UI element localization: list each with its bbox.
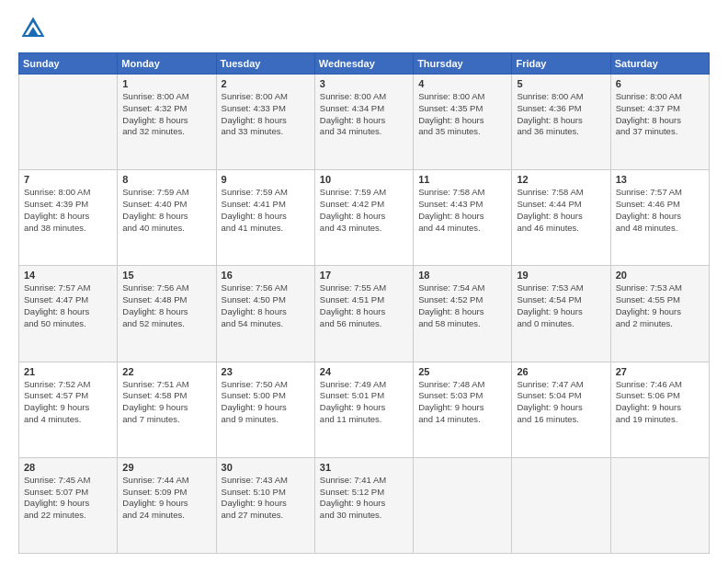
calendar-cell: 11Sunrise: 7:58 AMSunset: 4:43 PMDayligh… <box>414 170 512 266</box>
day-number: 4 <box>418 78 506 89</box>
calendar-cell: 1Sunrise: 8:00 AMSunset: 4:32 PMDaylight… <box>118 75 216 170</box>
day-number: 28 <box>24 462 112 473</box>
calendar-cell: 10Sunrise: 7:59 AMSunset: 4:42 PMDayligh… <box>314 170 413 266</box>
calendar-cell: 21Sunrise: 7:52 AMSunset: 4:57 PMDayligh… <box>19 362 118 457</box>
calendar-table: SundayMondayTuesdayWednesdayThursdayFrid… <box>18 52 710 554</box>
calendar-week-row: 21Sunrise: 7:52 AMSunset: 4:57 PMDayligh… <box>19 362 710 457</box>
calendar-cell: 31Sunrise: 7:41 AMSunset: 5:12 PMDayligh… <box>314 457 413 553</box>
day-info: Sunrise: 7:51 AMSunset: 4:58 PMDaylight:… <box>122 379 210 426</box>
day-info: Sunrise: 7:49 AMSunset: 5:01 PMDaylight:… <box>320 379 408 426</box>
day-info: Sunrise: 7:47 AMSunset: 5:04 PMDaylight:… <box>517 379 605 426</box>
day-number: 29 <box>122 462 210 473</box>
day-number: 3 <box>320 78 408 89</box>
day-info: Sunrise: 7:48 AMSunset: 5:03 PMDaylight:… <box>418 379 506 426</box>
logo-icon <box>18 14 48 43</box>
calendar-day-header: Monday <box>118 53 216 75</box>
day-info: Sunrise: 8:00 AMSunset: 4:32 PMDaylight:… <box>122 91 210 138</box>
day-info: Sunrise: 7:56 AMSunset: 4:48 PMDaylight:… <box>122 282 210 329</box>
day-info: Sunrise: 7:45 AMSunset: 5:07 PMDaylight:… <box>24 475 112 522</box>
calendar-cell: 20Sunrise: 7:53 AMSunset: 4:55 PMDayligh… <box>610 266 709 362</box>
calendar-cell: 2Sunrise: 8:00 AMSunset: 4:33 PMDaylight… <box>216 75 314 170</box>
day-number: 20 <box>616 270 704 281</box>
calendar-cell: 14Sunrise: 7:57 AMSunset: 4:47 PMDayligh… <box>19 266 118 362</box>
calendar-cell: 22Sunrise: 7:51 AMSunset: 4:58 PMDayligh… <box>118 362 216 457</box>
day-info: Sunrise: 7:46 AMSunset: 5:06 PMDaylight:… <box>616 379 704 426</box>
day-info: Sunrise: 7:50 AMSunset: 5:00 PMDaylight:… <box>222 379 310 426</box>
calendar-cell: 3Sunrise: 8:00 AMSunset: 4:34 PMDaylight… <box>314 75 413 170</box>
day-info: Sunrise: 8:00 AMSunset: 4:33 PMDaylight:… <box>222 91 310 138</box>
calendar-week-row: 7Sunrise: 8:00 AMSunset: 4:39 PMDaylight… <box>19 170 710 266</box>
day-info: Sunrise: 8:00 AMSunset: 4:37 PMDaylight:… <box>616 91 704 138</box>
day-info: Sunrise: 7:58 AMSunset: 4:44 PMDaylight:… <box>517 187 605 234</box>
calendar-cell: 23Sunrise: 7:50 AMSunset: 5:00 PMDayligh… <box>216 362 314 457</box>
calendar-cell: 18Sunrise: 7:54 AMSunset: 4:52 PMDayligh… <box>414 266 512 362</box>
day-number: 8 <box>122 174 210 185</box>
day-number: 16 <box>222 270 310 281</box>
day-info: Sunrise: 8:00 AMSunset: 4:35 PMDaylight:… <box>418 91 506 138</box>
day-number: 26 <box>517 366 605 377</box>
day-info: Sunrise: 7:44 AMSunset: 5:09 PMDaylight:… <box>122 475 210 522</box>
calendar-cell: 27Sunrise: 7:46 AMSunset: 5:06 PMDayligh… <box>610 362 709 457</box>
day-info: Sunrise: 7:43 AMSunset: 5:10 PMDaylight:… <box>222 475 310 522</box>
day-number: 13 <box>616 174 704 185</box>
calendar-cell: 19Sunrise: 7:53 AMSunset: 4:54 PMDayligh… <box>512 266 610 362</box>
day-info: Sunrise: 7:41 AMSunset: 5:12 PMDaylight:… <box>320 475 408 522</box>
calendar-cell <box>414 457 512 553</box>
calendar-day-header: Thursday <box>414 53 512 75</box>
day-info: Sunrise: 7:58 AMSunset: 4:43 PMDaylight:… <box>418 187 506 234</box>
calendar-week-row: 14Sunrise: 7:57 AMSunset: 4:47 PMDayligh… <box>19 266 710 362</box>
day-number: 2 <box>222 78 310 89</box>
calendar-header-row: SundayMondayTuesdayWednesdayThursdayFrid… <box>19 53 710 75</box>
calendar-cell: 7Sunrise: 8:00 AMSunset: 4:39 PMDaylight… <box>19 170 118 266</box>
day-info: Sunrise: 7:59 AMSunset: 4:41 PMDaylight:… <box>222 187 310 234</box>
day-number: 22 <box>122 366 210 377</box>
day-info: Sunrise: 7:56 AMSunset: 4:50 PMDaylight:… <box>222 282 310 329</box>
calendar-day-header: Wednesday <box>314 53 413 75</box>
day-number: 11 <box>418 174 506 185</box>
day-info: Sunrise: 8:00 AMSunset: 4:34 PMDaylight:… <box>320 91 408 138</box>
calendar-cell: 5Sunrise: 8:00 AMSunset: 4:36 PMDaylight… <box>512 75 610 170</box>
day-info: Sunrise: 8:00 AMSunset: 4:36 PMDaylight:… <box>517 91 605 138</box>
day-number: 25 <box>418 366 506 377</box>
day-number: 10 <box>320 174 408 185</box>
day-info: Sunrise: 7:53 AMSunset: 4:54 PMDaylight:… <box>517 282 605 329</box>
day-number: 30 <box>222 462 310 473</box>
day-info: Sunrise: 7:54 AMSunset: 4:52 PMDaylight:… <box>418 282 506 329</box>
calendar-cell: 30Sunrise: 7:43 AMSunset: 5:10 PMDayligh… <box>216 457 314 553</box>
day-number: 31 <box>320 462 408 473</box>
day-number: 24 <box>320 366 408 377</box>
day-number: 18 <box>418 270 506 281</box>
logo <box>18 14 51 43</box>
day-number: 9 <box>222 174 310 185</box>
day-number: 5 <box>517 78 605 89</box>
calendar-cell <box>610 457 709 553</box>
day-number: 6 <box>616 78 704 89</box>
calendar-day-header: Sunday <box>19 53 118 75</box>
day-number: 17 <box>320 270 408 281</box>
calendar-cell: 15Sunrise: 7:56 AMSunset: 4:48 PMDayligh… <box>118 266 216 362</box>
day-number: 14 <box>24 270 112 281</box>
calendar-cell: 25Sunrise: 7:48 AMSunset: 5:03 PMDayligh… <box>414 362 512 457</box>
calendar-cell: 9Sunrise: 7:59 AMSunset: 4:41 PMDaylight… <box>216 170 314 266</box>
day-number: 27 <box>616 366 704 377</box>
day-info: Sunrise: 7:53 AMSunset: 4:55 PMDaylight:… <box>616 282 704 329</box>
day-info: Sunrise: 8:00 AMSunset: 4:39 PMDaylight:… <box>24 187 112 234</box>
calendar-cell: 12Sunrise: 7:58 AMSunset: 4:44 PMDayligh… <box>512 170 610 266</box>
calendar-cell <box>512 457 610 553</box>
day-number: 23 <box>222 366 310 377</box>
day-number: 15 <box>122 270 210 281</box>
day-number: 19 <box>517 270 605 281</box>
calendar-cell: 26Sunrise: 7:47 AMSunset: 5:04 PMDayligh… <box>512 362 610 457</box>
calendar-week-row: 28Sunrise: 7:45 AMSunset: 5:07 PMDayligh… <box>19 457 710 553</box>
day-info: Sunrise: 7:59 AMSunset: 4:40 PMDaylight:… <box>122 187 210 234</box>
calendar-cell: 28Sunrise: 7:45 AMSunset: 5:07 PMDayligh… <box>19 457 118 553</box>
calendar-cell: 8Sunrise: 7:59 AMSunset: 4:40 PMDaylight… <box>118 170 216 266</box>
day-info: Sunrise: 7:57 AMSunset: 4:47 PMDaylight:… <box>24 282 112 329</box>
calendar-cell: 6Sunrise: 8:00 AMSunset: 4:37 PMDaylight… <box>610 75 709 170</box>
day-number: 12 <box>517 174 605 185</box>
day-info: Sunrise: 7:52 AMSunset: 4:57 PMDaylight:… <box>24 379 112 426</box>
calendar-cell: 4Sunrise: 8:00 AMSunset: 4:35 PMDaylight… <box>414 75 512 170</box>
calendar-week-row: 1Sunrise: 8:00 AMSunset: 4:32 PMDaylight… <box>19 75 710 170</box>
page: SundayMondayTuesdayWednesdayThursdayFrid… <box>0 0 728 563</box>
calendar-cell: 16Sunrise: 7:56 AMSunset: 4:50 PMDayligh… <box>216 266 314 362</box>
